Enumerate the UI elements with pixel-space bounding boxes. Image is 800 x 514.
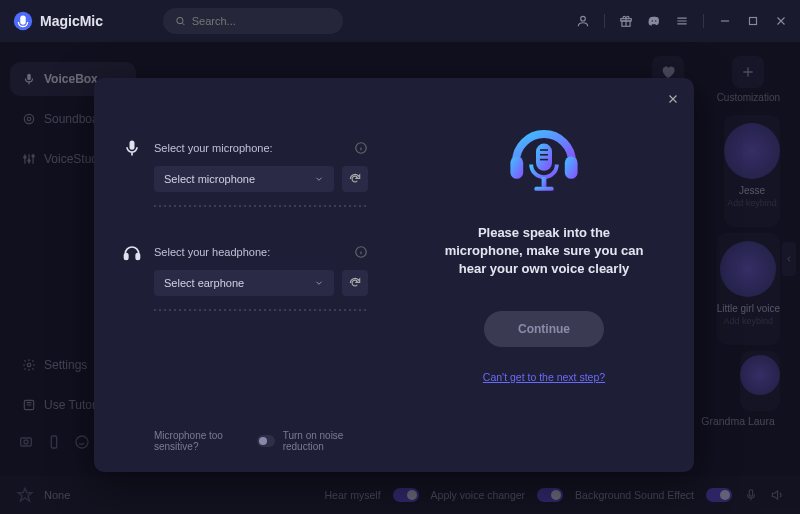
chevron-down-icon [314,174,324,184]
info-icon[interactable] [354,141,368,155]
info-icon[interactable] [354,245,368,259]
titlebar: MagicMic [0,0,800,42]
continue-button[interactable]: Continue [484,311,604,347]
sensitive-question: Microphone too sensitive? [154,430,249,452]
svg-rect-24 [125,254,128,260]
gift-icon[interactable] [619,14,633,28]
search-icon [175,15,186,27]
mic-select[interactable]: Select microphone [154,166,334,192]
close-icon[interactable] [666,92,680,106]
app-name: MagicMic [40,13,103,29]
app-logo: MagicMic [12,10,103,32]
svg-rect-28 [565,156,578,178]
svg-rect-8 [750,18,757,25]
discord-icon[interactable] [647,14,661,28]
headset-mic-hero-icon [494,118,594,198]
user-icon[interactable] [576,14,590,28]
help-link[interactable]: Can't get to the next step? [483,371,605,383]
search-box[interactable] [163,8,343,34]
modal-right-panel: Please speak into the microphone, make s… [394,78,694,472]
headphone-select[interactable]: Select earphone [154,270,334,296]
microphone-icon [122,138,142,158]
svg-rect-30 [542,177,547,187]
headphone-label: Select your headphone: [154,246,344,258]
svg-rect-29 [536,144,552,171]
mic-refresh-button[interactable] [342,166,368,192]
headphone-icon [122,242,142,262]
svg-rect-27 [510,156,523,178]
modal-instruction-text: Please speak into the microphone, make s… [444,224,644,279]
mic-select-value: Select microphone [164,173,255,185]
mic-level-meter [154,200,368,212]
noise-reduction-label: Turn on noise reduction [283,430,368,452]
modal-left-panel: Select your microphone: Select microphon… [94,78,394,472]
refresh-icon [348,276,362,290]
device-setup-modal: Select your microphone: Select microphon… [94,78,694,472]
svg-rect-1 [20,16,26,25]
mic-label: Select your microphone: [154,142,344,154]
refresh-icon [348,172,362,186]
search-input[interactable] [192,15,331,27]
headphone-level-meter [154,304,368,316]
svg-rect-31 [534,187,553,191]
maximize-icon[interactable] [746,14,760,28]
app-logo-icon [12,10,34,32]
svg-rect-25 [136,254,139,260]
headphone-select-value: Select earphone [164,277,244,289]
minimize-icon[interactable] [718,14,732,28]
svg-rect-22 [130,141,135,150]
noise-reduction-toggle[interactable] [257,435,275,447]
menu-icon[interactable] [675,14,689,28]
svg-point-6 [652,20,653,21]
close-icon[interactable] [774,14,788,28]
svg-point-2 [177,17,183,23]
headphone-refresh-button[interactable] [342,270,368,296]
svg-point-7 [655,20,656,21]
separator [703,14,704,28]
svg-point-3 [581,16,586,21]
separator [604,14,605,28]
modal-overlay: Select your microphone: Select microphon… [0,42,800,514]
chevron-down-icon [314,278,324,288]
